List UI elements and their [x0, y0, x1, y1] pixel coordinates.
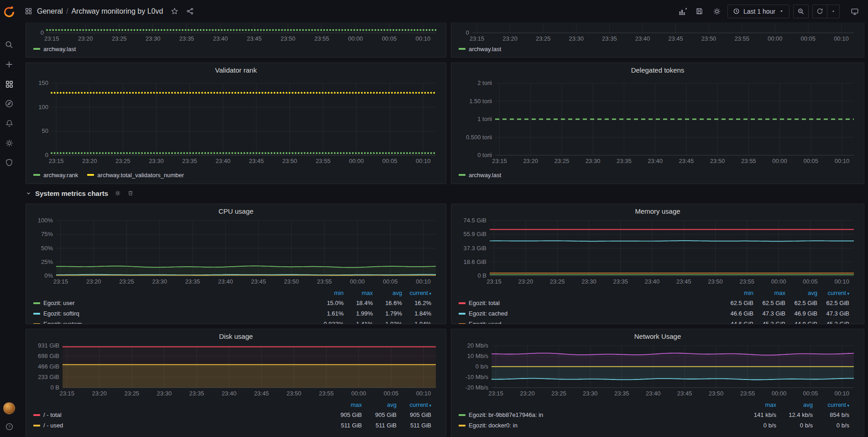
dashboards-icon[interactable] [0, 75, 18, 93]
legend-label[interactable]: archway.last [469, 46, 501, 53]
alerting-bell-icon[interactable] [0, 114, 18, 132]
legend-col-min[interactable]: min [722, 290, 753, 296]
row-delete-trash-icon[interactable] [127, 190, 134, 196]
star-icon[interactable] [167, 5, 181, 18]
svg-text:00:00: 00:00 [771, 278, 786, 285]
chart-plot[interactable]: 05010015023:1523:2023:2523:3023:3523:402… [31, 76, 440, 165]
add-panel-icon[interactable] [675, 5, 689, 18]
add-icon[interactable] [0, 55, 18, 74]
legend-header: maxavgcurrent ▾ [457, 400, 849, 410]
legend-value: 16.2% [402, 300, 431, 306]
panel-title[interactable]: Network Usage [457, 331, 858, 342]
help-icon[interactable]: ? [0, 417, 18, 436]
chart-plot[interactable]: 0 B18.6 GiB37.3 GiB55.9 GiB74.5 GiB23:15… [457, 217, 858, 286]
legend-label[interactable]: Egozit: total [469, 300, 500, 306]
save-dashboard-icon[interactable] [693, 5, 706, 18]
time-range-picker[interactable]: Last 1 hour [727, 5, 790, 18]
svg-text:23:30: 23:30 [583, 390, 598, 397]
breadcrumb-dashboard-title[interactable]: Archway monitoring by L0vd [71, 7, 163, 16]
chart-plot[interactable]: 0 B233 GiB466 GiB698 GiB931 GiB23:1523:2… [31, 342, 440, 398]
legend-label[interactable]: / - used [43, 422, 63, 429]
legend-label[interactable]: Egozit: used [469, 321, 502, 324]
share-icon[interactable] [183, 5, 197, 18]
legend-label[interactable]: / - total [43, 411, 62, 418]
legend-label[interactable]: archway.last [469, 172, 501, 179]
legend-col-avg[interactable]: avg [362, 401, 397, 408]
legend-item[interactable]: archway.last [459, 46, 501, 53]
breadcrumb-section[interactable]: General [37, 7, 63, 16]
legend-row: Egozit: user15.0%18.4%16.6%16.2% [31, 298, 431, 308]
chart-plot[interactable]: -20 Mb/s-10 Mb/s0 b/s10 Mb/s20 Mb/s23:15… [457, 342, 858, 398]
legend-item[interactable]: archway.last [459, 172, 501, 179]
svg-text:23:25: 23:25 [119, 278, 134, 285]
legend-col-avg[interactable]: avg [776, 401, 813, 408]
legend-label[interactable]: Egozit: docker0: in [469, 422, 518, 429]
explore-compass-icon[interactable] [0, 95, 18, 113]
legend-col-avg[interactable]: avg [373, 290, 402, 296]
legend-label[interactable]: Egozit: user [43, 300, 75, 306]
legend-col-min[interactable]: min [314, 290, 344, 296]
grafana-logo[interactable] [0, 2, 18, 20]
legend-item[interactable]: archway.last [33, 46, 76, 53]
chart-svg: 0 torii0.500 torii1 torii1.50 torii2 tor… [457, 76, 858, 165]
svg-text:23:15: 23:15 [470, 35, 485, 42]
svg-text:698 GiB: 698 GiB [38, 353, 59, 359]
legend-value: 1.41% [344, 321, 373, 324]
dashboard-settings-gear-icon[interactable] [710, 5, 724, 18]
admin-shield-icon[interactable] [0, 153, 18, 172]
legend-col-max[interactable]: max [327, 401, 362, 408]
panel-title[interactable]: Validator rank [31, 65, 440, 76]
panel-title[interactable]: CPU usage [31, 206, 440, 217]
svg-text:23:45: 23:45 [247, 35, 262, 42]
chart-plot[interactable]: 0%25%50%75%100%23:1523:2023:2523:3023:35… [31, 217, 440, 286]
zoom-out-button[interactable] [793, 5, 809, 18]
svg-text:00:05: 00:05 [384, 390, 399, 397]
panel-title[interactable]: Disk usage [31, 331, 440, 342]
svg-text:23:45: 23:45 [249, 158, 264, 164]
legend-col-max[interactable]: max [344, 290, 373, 296]
legend-label[interactable]: Egozit: softirq [43, 310, 79, 317]
legend-value: 905 GiB [397, 411, 431, 418]
legend-col-current[interactable]: current ▾ [402, 290, 431, 296]
legend-col-current[interactable]: current ▾ [817, 290, 849, 296]
legend-label[interactable]: archway.rank [43, 172, 78, 179]
legend-label[interactable]: archway.total_validators_number [97, 172, 184, 179]
legend-col-current[interactable]: current ▾ [397, 401, 431, 408]
search-icon[interactable] [0, 36, 18, 54]
chart-plot[interactable]: 023:1523:2023:2523:3023:3523:4023:4523:5… [457, 22, 858, 43]
chevron-down-icon[interactable] [26, 190, 31, 196]
panel-network-usage: Network Usage -20 Mb/s-10 Mb/s0 b/s10 Mb… [451, 329, 864, 437]
svg-text:23:40: 23:40 [213, 35, 228, 42]
svg-text:23:35: 23:35 [189, 390, 204, 397]
svg-text:10 Mb/s: 10 Mb/s [467, 353, 489, 359]
svg-text:23:55: 23:55 [740, 278, 755, 285]
user-avatar[interactable] [0, 399, 18, 417]
panel-title[interactable]: Memory usage [457, 206, 858, 217]
legend-item[interactable]: archway.total_validators_number [87, 172, 184, 179]
legend-col-max[interactable]: max [740, 401, 776, 408]
legend-label[interactable]: Egozit: br-9bb87e17946a: in [469, 411, 543, 418]
svg-text:466 GiB: 466 GiB [38, 363, 59, 370]
row-system-metrics[interactable]: System metrics charts [26, 187, 134, 199]
svg-text:23:50: 23:50 [710, 158, 725, 164]
chart-plot[interactable]: 0 torii0.500 torii1 torii1.50 torii2 tor… [457, 76, 858, 165]
row-title[interactable]: System metrics charts [35, 190, 108, 197]
legend-item[interactable]: archway.rank [33, 172, 78, 179]
legend-col-max[interactable]: max [753, 290, 785, 296]
legend-label[interactable]: archway.last [43, 46, 76, 53]
legend-col-current[interactable]: current ▾ [813, 401, 849, 408]
cycle-view-monitor-icon[interactable] [848, 5, 862, 18]
svg-text:23:45: 23:45 [251, 278, 266, 285]
chart-plot[interactable]: 023:1523:2023:2523:3023:3523:4023:4523:5… [31, 22, 440, 43]
refresh-icon[interactable] [813, 5, 827, 18]
legend-col-avg[interactable]: avg [785, 290, 817, 296]
refresh-interval-caret-icon[interactable] [827, 5, 839, 18]
legend-value: 141 kb/s [740, 411, 776, 418]
legend-label[interactable]: Egozit: system [43, 321, 82, 324]
configuration-gear-icon[interactable] [0, 134, 18, 152]
svg-text:23:30: 23:30 [586, 158, 601, 164]
panel-title[interactable]: Delegated tokens [457, 65, 858, 76]
svg-text:23:25: 23:25 [551, 390, 566, 397]
legend-label[interactable]: Egozit: cached [469, 310, 507, 317]
row-settings-gear-icon[interactable] [115, 190, 121, 196]
